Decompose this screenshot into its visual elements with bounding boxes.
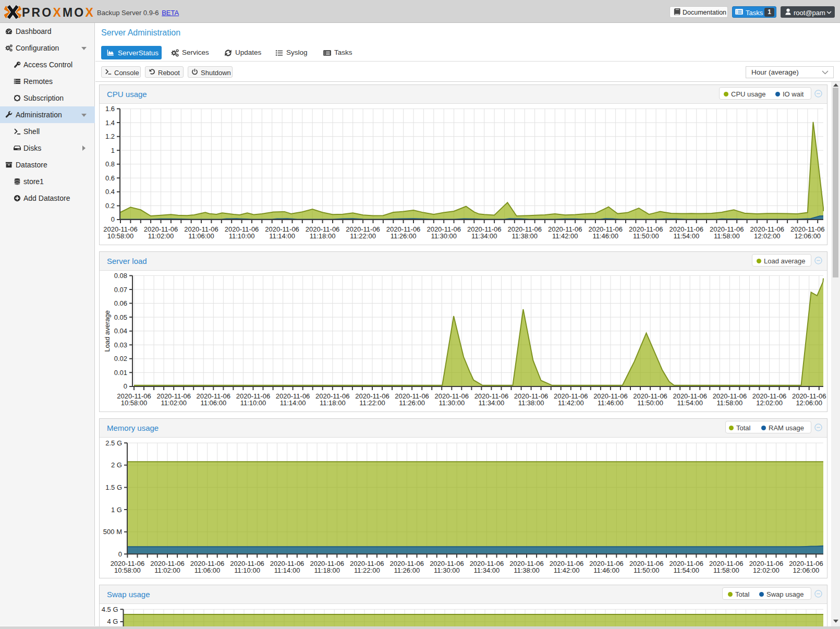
svg-text:0: 0 bbox=[124, 382, 127, 390]
svg-text:11:26:00: 11:26:00 bbox=[391, 232, 417, 240]
svg-text:11:02:00: 11:02:00 bbox=[161, 399, 187, 407]
svg-text:11:06:00: 11:06:00 bbox=[188, 232, 214, 240]
svg-text:11:58:00: 11:58:00 bbox=[713, 566, 739, 574]
svg-text:11:10:00: 11:10:00 bbox=[229, 232, 255, 240]
svg-text:1.5 G: 1.5 G bbox=[105, 483, 122, 491]
svg-text:11:26:00: 11:26:00 bbox=[399, 399, 425, 407]
svg-text:11:46:00: 11:46:00 bbox=[598, 399, 624, 407]
svg-text:11:14:00: 11:14:00 bbox=[280, 399, 306, 407]
svg-text:11:34:00: 11:34:00 bbox=[479, 399, 505, 407]
svg-text:0.07: 0.07 bbox=[114, 286, 127, 294]
svg-text:12:02:00: 12:02:00 bbox=[754, 232, 781, 240]
svg-text:11:50:00: 11:50:00 bbox=[634, 566, 660, 574]
svg-text:1.6: 1.6 bbox=[105, 105, 115, 113]
svg-text:12:06:00: 12:06:00 bbox=[794, 232, 821, 240]
svg-text:1.4: 1.4 bbox=[105, 119, 115, 127]
svg-text:11:02:00: 11:02:00 bbox=[148, 232, 174, 240]
svg-text:11:42:00: 11:42:00 bbox=[558, 399, 584, 407]
svg-text:4.5 G: 4.5 G bbox=[102, 606, 118, 613]
svg-text:10:58:00: 10:58:00 bbox=[107, 232, 134, 240]
svg-text:4 G: 4 G bbox=[107, 618, 118, 625]
svg-text:12:06:00: 12:06:00 bbox=[796, 399, 822, 407]
svg-text:11:38:00: 11:38:00 bbox=[518, 399, 544, 407]
svg-text:11:38:00: 11:38:00 bbox=[514, 566, 540, 574]
svg-text:0.05: 0.05 bbox=[114, 313, 127, 321]
svg-text:0.4: 0.4 bbox=[105, 188, 115, 196]
svg-text:11:46:00: 11:46:00 bbox=[593, 566, 619, 574]
svg-text:11:30:00: 11:30:00 bbox=[431, 232, 457, 240]
svg-text:11:06:00: 11:06:00 bbox=[194, 566, 221, 574]
svg-text:11:26:00: 11:26:00 bbox=[394, 566, 420, 574]
svg-text:0.2: 0.2 bbox=[105, 202, 115, 210]
svg-text:11:58:00: 11:58:00 bbox=[714, 232, 740, 240]
svg-text:0.8: 0.8 bbox=[105, 160, 115, 168]
svg-text:11:34:00: 11:34:00 bbox=[471, 232, 497, 240]
svg-text:11:10:00: 11:10:00 bbox=[234, 566, 260, 574]
svg-text:0: 0 bbox=[111, 215, 115, 223]
svg-text:11:18:00: 11:18:00 bbox=[320, 399, 346, 407]
svg-text:2.5 G: 2.5 G bbox=[105, 439, 122, 447]
svg-text:11:42:00: 11:42:00 bbox=[552, 232, 578, 240]
svg-text:11:06:00: 11:06:00 bbox=[200, 399, 226, 407]
svg-text:0.08: 0.08 bbox=[114, 272, 127, 280]
svg-text:1.2: 1.2 bbox=[105, 132, 115, 140]
svg-text:10:58:00: 10:58:00 bbox=[121, 399, 148, 407]
svg-text:500 M: 500 M bbox=[103, 528, 122, 536]
svg-text:11:54:00: 11:54:00 bbox=[673, 566, 699, 574]
svg-text:0.01: 0.01 bbox=[114, 369, 127, 377]
svg-text:1: 1 bbox=[111, 147, 115, 154]
svg-text:11:58:00: 11:58:00 bbox=[717, 399, 743, 407]
svg-text:11:30:00: 11:30:00 bbox=[434, 566, 460, 574]
svg-text:11:50:00: 11:50:00 bbox=[637, 399, 663, 407]
svg-text:11:22:00: 11:22:00 bbox=[354, 566, 380, 574]
svg-text:12:02:00: 12:02:00 bbox=[753, 566, 780, 574]
svg-text:11:14:00: 11:14:00 bbox=[269, 232, 295, 240]
svg-text:11:54:00: 11:54:00 bbox=[677, 399, 703, 407]
svg-text:11:14:00: 11:14:00 bbox=[274, 566, 300, 574]
svg-text:11:30:00: 11:30:00 bbox=[439, 399, 465, 407]
svg-text:11:22:00: 11:22:00 bbox=[359, 399, 385, 407]
svg-text:0.06: 0.06 bbox=[114, 299, 127, 307]
svg-text:11:18:00: 11:18:00 bbox=[310, 232, 336, 240]
svg-text:Load average: Load average bbox=[103, 310, 111, 352]
svg-text:11:34:00: 11:34:00 bbox=[474, 566, 500, 574]
svg-text:12:02:00: 12:02:00 bbox=[756, 399, 783, 407]
svg-text:11:18:00: 11:18:00 bbox=[314, 566, 340, 574]
svg-text:11:22:00: 11:22:00 bbox=[350, 232, 376, 240]
svg-text:12:06:00: 12:06:00 bbox=[793, 566, 820, 574]
svg-text:10:58:00: 10:58:00 bbox=[114, 566, 141, 574]
svg-text:0.02: 0.02 bbox=[114, 355, 127, 362]
svg-text:11:50:00: 11:50:00 bbox=[633, 232, 659, 240]
svg-text:0: 0 bbox=[118, 550, 122, 558]
svg-text:0.03: 0.03 bbox=[114, 341, 127, 349]
svg-text:11:38:00: 11:38:00 bbox=[512, 232, 538, 240]
svg-text:1 G: 1 G bbox=[111, 506, 122, 514]
svg-text:11:46:00: 11:46:00 bbox=[592, 232, 618, 240]
svg-text:0.04: 0.04 bbox=[114, 327, 127, 335]
svg-text:11:10:00: 11:10:00 bbox=[240, 399, 266, 407]
svg-text:2 G: 2 G bbox=[111, 461, 122, 469]
svg-text:11:54:00: 11:54:00 bbox=[673, 232, 699, 240]
svg-text:11:02:00: 11:02:00 bbox=[154, 566, 180, 574]
svg-text:0.6: 0.6 bbox=[105, 174, 115, 182]
svg-text:11:42:00: 11:42:00 bbox=[554, 566, 580, 574]
